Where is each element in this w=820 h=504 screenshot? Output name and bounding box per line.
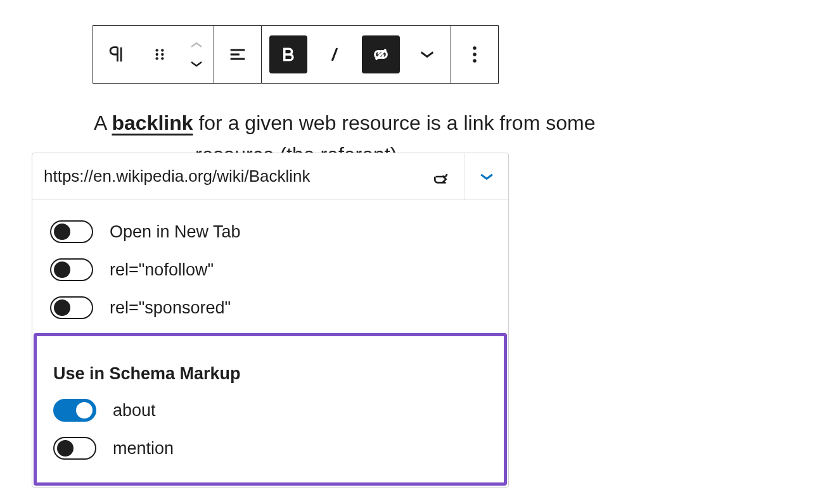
submit-link-button[interactable]: [420, 153, 464, 199]
toolbar-group-block: [93, 26, 214, 83]
svg-line-9: [332, 48, 337, 61]
svg-point-2: [156, 53, 158, 56]
link-options-toggle-button[interactable]: [464, 153, 508, 199]
more-formatting-button[interactable]: [411, 39, 443, 70]
svg-point-1: [161, 49, 163, 51]
svg-point-12: [473, 53, 477, 56]
svg-point-3: [161, 53, 163, 56]
link-settings-popup: Open in New Tab rel="nofollow" rel="spon…: [32, 153, 509, 488]
link-url-input[interactable]: [32, 153, 420, 199]
paragraph-text-pre: A: [94, 111, 112, 134]
toggle-rel-sponsored[interactable]: [50, 296, 93, 319]
move-updown: [187, 39, 206, 70]
link-button[interactable]: [362, 35, 400, 73]
paragraph-text-post1: for a given web resource is a link from …: [193, 111, 596, 134]
svg-point-13: [473, 59, 477, 63]
svg-point-11: [473, 46, 477, 50]
toolbar-group-format: [262, 26, 451, 83]
linked-word[interactable]: backlink: [112, 111, 193, 134]
toggle-schema-mention[interactable]: [53, 437, 96, 460]
toggle-label: mention: [113, 439, 174, 458]
toggle-label: rel="nofollow": [110, 260, 214, 280]
toggle-row-about: about: [53, 391, 487, 429]
paragraph-block-button[interactable]: [101, 39, 132, 70]
popup-header: [32, 153, 508, 200]
toggle-row-newtab: Open in New Tab: [50, 213, 490, 251]
bold-button[interactable]: [269, 35, 307, 73]
toggle-label: rel="sponsored": [110, 298, 231, 318]
toggle-row-sponsored: rel="sponsored": [50, 289, 490, 327]
popup-body: Open in New Tab rel="nofollow" rel="spon…: [32, 200, 508, 487]
svg-point-0: [156, 49, 158, 51]
toggle-label: about: [113, 401, 156, 420]
toggle-row-nofollow: rel="nofollow": [50, 251, 490, 289]
toggle-rel-nofollow[interactable]: [50, 258, 93, 281]
move-up-button[interactable]: [187, 39, 206, 51]
toolbar-group-more: [451, 26, 498, 83]
drag-handle-button[interactable]: [144, 39, 176, 70]
svg-point-4: [156, 57, 158, 60]
italic-button[interactable]: [319, 39, 350, 70]
toggle-open-new-tab[interactable]: [50, 220, 93, 243]
schema-section-title: Use in Schema Markup: [53, 364, 487, 384]
align-button[interactable]: [222, 39, 253, 70]
toggle-label: Open in New Tab: [110, 222, 241, 242]
svg-point-5: [161, 57, 163, 60]
more-options-button[interactable]: [459, 39, 490, 70]
move-down-button[interactable]: [187, 58, 206, 70]
toggle-row-mention: mention: [53, 429, 487, 467]
block-toolbar: [93, 25, 499, 84]
schema-markup-section: Use in Schema Markup about mention: [34, 333, 507, 486]
toolbar-group-align: [214, 26, 262, 83]
toggle-schema-about[interactable]: [53, 399, 96, 422]
